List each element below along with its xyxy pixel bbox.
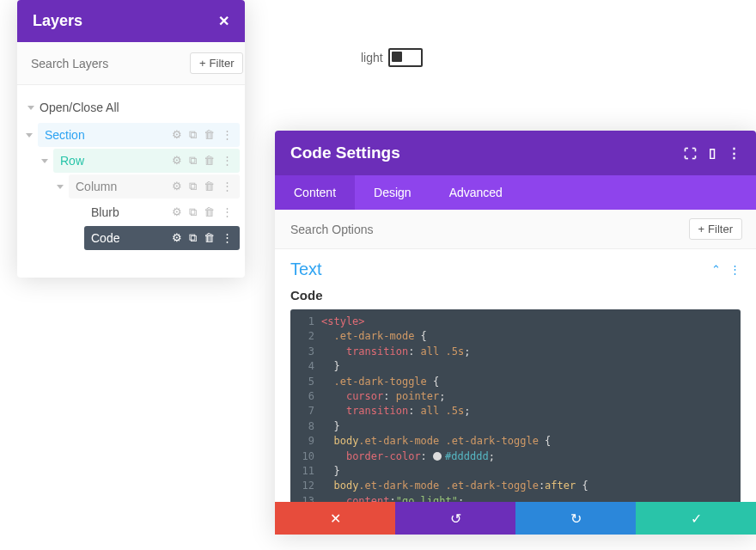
text-section-header[interactable]: Text ⌃ ⋮ bbox=[275, 249, 756, 284]
duplicate-icon[interactable]: ⧉ bbox=[189, 154, 197, 168]
layers-search-row: + Filter bbox=[17, 42, 245, 85]
search-layers-input[interactable] bbox=[29, 56, 183, 71]
more-icon[interactable]: ⋮ bbox=[222, 231, 233, 245]
gear-icon[interactable]: ⚙ bbox=[172, 231, 182, 245]
trash-icon[interactable]: 🗑 bbox=[204, 128, 215, 142]
tree-item-row[interactable]: Row ⚙ ⧉ 🗑 ⋮ bbox=[53, 149, 240, 173]
code-settings-header: Code Settings ⛶ ▯ ⋮ bbox=[275, 131, 756, 175]
duplicate-icon[interactable]: ⧉ bbox=[189, 128, 197, 142]
section-title: Text bbox=[290, 260, 322, 279]
layers-panel: Layers ✕ + Filter Open/Close All Section… bbox=[17, 0, 245, 278]
tab-design[interactable]: Design bbox=[355, 175, 430, 210]
more-icon[interactable]: ⋮ bbox=[222, 128, 233, 142]
expand-icon[interactable]: ⛶ bbox=[684, 146, 697, 161]
plus-icon: + bbox=[698, 223, 705, 235]
sidebar-icon[interactable]: ▯ bbox=[709, 145, 716, 161]
gear-icon[interactable]: ⚙ bbox=[172, 154, 182, 168]
trash-icon[interactable]: 🗑 bbox=[204, 205, 215, 219]
caret-down-icon bbox=[57, 185, 64, 189]
trash-icon[interactable]: 🗑 bbox=[204, 231, 215, 245]
more-icon[interactable]: ⋮ bbox=[222, 154, 233, 168]
tree-item-tools: ⚙ ⧉ 🗑 ⋮ bbox=[172, 128, 233, 142]
light-toggle[interactable]: light bbox=[361, 48, 423, 67]
tree-item-section[interactable]: Section ⚙ ⧉ 🗑 ⋮ bbox=[38, 123, 240, 147]
caret-down-icon bbox=[27, 106, 34, 110]
duplicate-icon[interactable]: ⧉ bbox=[189, 231, 197, 245]
gear-icon[interactable]: ⚙ bbox=[172, 128, 182, 142]
open-close-all[interactable]: Open/Close All bbox=[22, 94, 240, 121]
tree-item-blurb[interactable]: Blurb ⚙ ⧉ 🗑 ⋮ bbox=[84, 200, 240, 224]
filter-button[interactable]: + Filter bbox=[190, 52, 243, 74]
layers-title: Layers bbox=[33, 12, 82, 30]
layers-tree: Open/Close All Section ⚙ ⧉ 🗑 ⋮ Row ⚙ ⧉ 🗑… bbox=[17, 85, 245, 278]
bottom-action-bar: ✕ ↺ ↻ ✓ bbox=[275, 502, 756, 535]
tab-content[interactable]: Content bbox=[275, 175, 355, 210]
toggle-box[interactable] bbox=[388, 48, 423, 67]
close-icon[interactable]: ✕ bbox=[218, 13, 229, 29]
toggle-knob bbox=[392, 52, 402, 62]
duplicate-icon[interactable]: ⧉ bbox=[189, 205, 197, 219]
code-search-row: + Filter bbox=[275, 210, 756, 249]
tree-item-tools: ⚙ ⧉ 🗑 ⋮ bbox=[172, 154, 233, 168]
tree-item-tools: ⚙ ⧉ 🗑 ⋮ bbox=[172, 205, 233, 219]
undo-button[interactable]: ↺ bbox=[395, 502, 515, 535]
more-icon[interactable]: ⋮ bbox=[222, 180, 233, 193]
caret-down-icon bbox=[26, 133, 33, 138]
plus-icon: + bbox=[199, 57, 206, 70]
tree-item-tools: ⚙ ⧉ 🗑 ⋮ bbox=[172, 231, 233, 245]
discard-button[interactable]: ✕ bbox=[275, 502, 395, 535]
filter-button[interactable]: + Filter bbox=[689, 218, 742, 240]
layers-header: Layers ✕ bbox=[17, 0, 245, 42]
tree-item-tools: ⚙ ⧉ 🗑 ⋮ bbox=[172, 180, 233, 193]
tree-label: Section bbox=[45, 128, 167, 142]
tree-label: Row bbox=[60, 154, 167, 168]
more-icon[interactable]: ⋮ bbox=[729, 263, 741, 276]
more-icon[interactable]: ⋮ bbox=[222, 205, 233, 219]
tree-item-code[interactable]: Code ⚙ ⧉ 🗑 ⋮ bbox=[84, 226, 240, 250]
duplicate-icon[interactable]: ⧉ bbox=[189, 180, 197, 193]
filter-label: Filter bbox=[708, 223, 733, 235]
tree-label: Code bbox=[91, 231, 167, 245]
code-settings-tabs: Content Design Advanced bbox=[275, 175, 756, 210]
gear-icon[interactable]: ⚙ bbox=[172, 205, 182, 219]
tree-label: Blurb bbox=[91, 205, 167, 219]
chevron-up-icon[interactable]: ⌃ bbox=[711, 263, 721, 276]
open-close-all-label: Open/Close All bbox=[40, 101, 119, 114]
code-editor[interactable]: 1<style>2 .et-dark-mode {3 transition: a… bbox=[290, 309, 741, 522]
tab-advanced[interactable]: Advanced bbox=[430, 175, 521, 210]
search-options-input[interactable] bbox=[289, 222, 682, 237]
code-settings-panel: Code Settings ⛶ ▯ ⋮ Content Design Advan… bbox=[275, 131, 756, 535]
gear-icon[interactable]: ⚙ bbox=[172, 180, 182, 193]
filter-label: Filter bbox=[210, 57, 235, 70]
tree-label: Column bbox=[76, 180, 167, 193]
save-button[interactable]: ✓ bbox=[636, 502, 756, 535]
code-settings-title: Code Settings bbox=[290, 144, 400, 162]
trash-icon[interactable]: 🗑 bbox=[204, 154, 215, 168]
code-field-label: Code bbox=[275, 284, 756, 309]
caret-down-icon bbox=[41, 159, 48, 163]
trash-icon[interactable]: 🗑 bbox=[204, 180, 215, 193]
redo-button[interactable]: ↻ bbox=[515, 502, 636, 535]
more-icon[interactable]: ⋮ bbox=[728, 145, 741, 161]
tree-item-column[interactable]: Column ⚙ ⧉ 🗑 ⋮ bbox=[69, 174, 240, 199]
light-toggle-label: light bbox=[361, 51, 383, 64]
